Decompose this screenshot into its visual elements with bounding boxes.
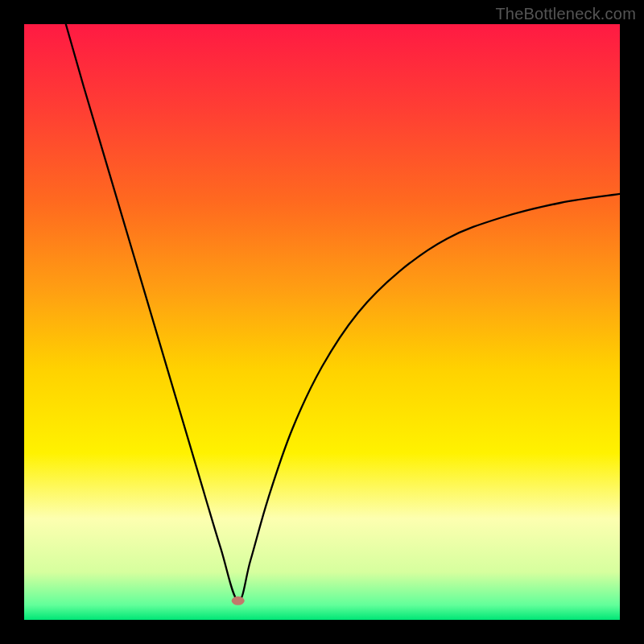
- bottleneck-curve: [66, 24, 620, 601]
- curve-layer: [24, 24, 620, 620]
- optimum-marker: [232, 597, 245, 605]
- chart-frame: TheBottleneck.com: [0, 0, 644, 644]
- watermark-text: TheBottleneck.com: [495, 5, 636, 23]
- plot-area: [24, 24, 620, 620]
